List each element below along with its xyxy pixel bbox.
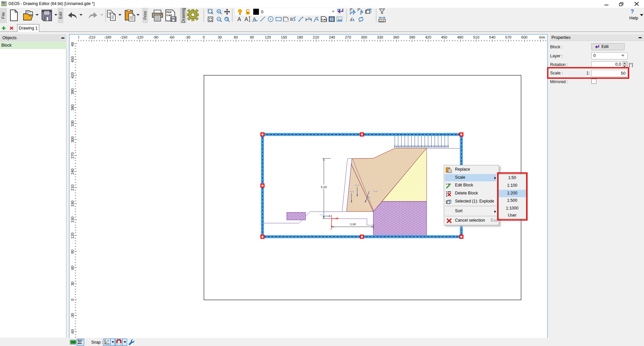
- svg-text:420: 420: [70, 72, 74, 78]
- svg-text:A: A: [237, 16, 241, 22]
- svg-text:A: A: [245, 16, 248, 22]
- svg-text:0: 0: [203, 35, 205, 39]
- svg-text:30: 30: [218, 35, 222, 39]
- svg-text:570: 570: [505, 35, 511, 39]
- svg-text:360: 360: [393, 35, 399, 39]
- svg-text:0: 0: [70, 299, 74, 301]
- svg-text:CAD: CAD: [71, 341, 76, 343]
- svg-text:-210: -210: [88, 35, 95, 39]
- svg-text:240: 240: [70, 169, 74, 175]
- svg-text:150: 150: [281, 35, 287, 39]
- svg-text:60: 60: [234, 35, 238, 39]
- svg-text:-30: -30: [70, 313, 74, 319]
- svg-text:173,00: 173,00: [373, 190, 378, 192]
- svg-text:60: 60: [70, 266, 74, 270]
- svg-text:150: 150: [70, 217, 74, 223]
- svg-text:450: 450: [441, 35, 447, 39]
- svg-text:240: 240: [329, 35, 335, 39]
- svg-text:270: 270: [70, 153, 74, 159]
- svg-text:-30: -30: [185, 35, 191, 39]
- svg-text:101,76: 101,76: [355, 184, 360, 186]
- svg-text:-120: -120: [136, 35, 143, 39]
- svg-text:CAD: CAD: [166, 14, 172, 17]
- svg-text:600: 600: [521, 35, 527, 39]
- svg-text:120: 120: [265, 35, 271, 39]
- svg-text:mm: mm: [539, 35, 545, 39]
- svg-text:180: 180: [297, 35, 303, 39]
- svg-text:3,90: 3,90: [350, 222, 356, 226]
- svg-text:210: 210: [70, 184, 74, 190]
- svg-text:90: 90: [250, 35, 254, 39]
- svg-text:PDF: PDF: [166, 11, 172, 14]
- svg-text:180: 180: [70, 200, 74, 207]
- svg-text:CAD: CAD: [322, 18, 327, 21]
- svg-text:390: 390: [70, 89, 74, 95]
- svg-text:11: 11: [308, 16, 311, 19]
- svg-text:90: 90: [70, 249, 74, 253]
- svg-text:450: 450: [70, 56, 74, 62]
- svg-text:-90: -90: [153, 35, 158, 39]
- svg-text:2,40: 2,40: [336, 217, 339, 219]
- svg-text:330: 330: [377, 35, 383, 39]
- svg-text:112,00: 112,00: [350, 191, 354, 192]
- svg-text:9,30: 9,30: [320, 214, 323, 216]
- svg-text:510: 510: [473, 35, 479, 39]
- svg-text:1C: 1C: [330, 228, 332, 230]
- svg-text:-60: -60: [70, 329, 74, 335]
- svg-text:120: 120: [70, 233, 74, 239]
- svg-text:210: 210: [313, 35, 319, 39]
- svg-text:300: 300: [70, 136, 74, 142]
- svg-text:-60: -60: [169, 35, 174, 39]
- svg-text:30: 30: [70, 282, 74, 286]
- svg-text:420: 420: [425, 35, 431, 39]
- svg-text:360: 360: [70, 104, 74, 110]
- svg-text:390: 390: [409, 35, 415, 39]
- svg-text:-180: -180: [104, 35, 111, 39]
- svg-text:5,60: 5,60: [321, 185, 327, 189]
- svg-text:480: 480: [457, 35, 463, 39]
- svg-text:270: 270: [345, 35, 351, 39]
- svg-text:18,3: 18,3: [367, 196, 370, 198]
- svg-text:300: 300: [361, 35, 367, 39]
- svg-text:-150: -150: [120, 35, 127, 39]
- svg-text:B: B: [290, 17, 293, 22]
- svg-text:330: 330: [70, 120, 74, 126]
- svg-text:540: 540: [489, 35, 495, 39]
